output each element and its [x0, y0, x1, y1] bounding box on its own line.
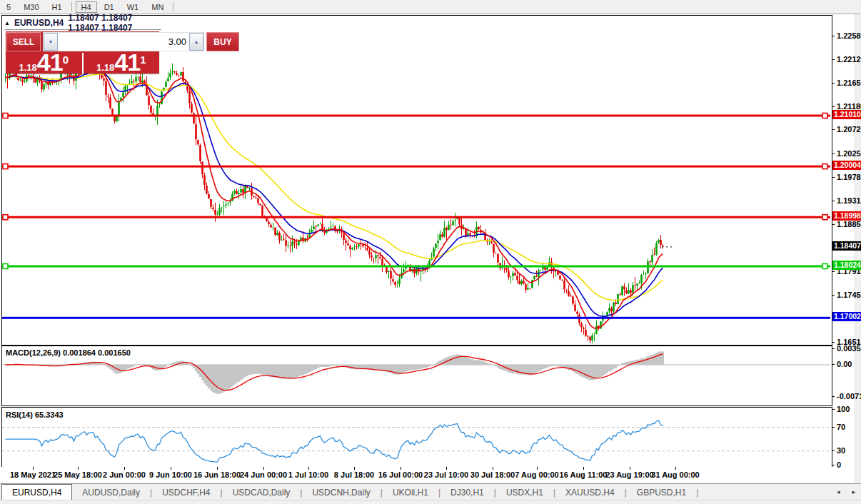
tab-audusd-daily[interactable]: AUDUSD,Daily — [72, 484, 150, 500]
date-tick-mark — [33, 467, 34, 470]
timeframe-button-h1[interactable]: H1 — [46, 1, 68, 13]
timeframe-button-5[interactable]: 5 — [1, 1, 16, 13]
price-tick-label: 1.22580 — [837, 31, 861, 40]
tab-scroll-left-icon[interactable]: ◄ — [835, 489, 841, 495]
date-tick-mark — [675, 467, 676, 470]
level-price-tag[interactable]: 1.21010 — [832, 110, 861, 119]
date-tick-mark — [171, 467, 171, 470]
timeframe-button-h4[interactable]: H4 — [76, 1, 97, 13]
buy-price-quote[interactable]: 1.18411 — [84, 53, 160, 74]
rsi-axis-label: 30 — [837, 446, 845, 455]
date-label: 24 Jun 00:00 — [240, 470, 287, 479]
date-tick-mark — [401, 467, 401, 470]
macd-tick-mark — [832, 364, 835, 365]
tab-usdchf-h4[interactable]: USDCHF,H4 — [152, 484, 220, 500]
date-tick-mark — [630, 467, 630, 470]
price-tick-mark — [832, 153, 835, 154]
macd-axis-label: 0.00 — [837, 360, 852, 368]
date-label: 9 Jun 10:00 — [149, 470, 192, 479]
tab-scroll-right-icon[interactable]: ► — [851, 489, 857, 495]
price-tick-label: 1.19310 — [837, 196, 861, 205]
tab-usdcnh-daily[interactable]: USDCNH,Daily — [302, 484, 380, 500]
macd-tick-mark — [832, 396, 835, 397]
chart-title-bar[interactable]: ▲ EURUSD,H4 1.18407 1.18407 1.18407 1.18… — [4, 16, 161, 30]
price-tick-mark — [832, 271, 835, 272]
date-label: 31 Aug 00:00 — [651, 470, 699, 479]
level-price-tag[interactable]: 1.20004 — [832, 161, 861, 170]
date-label: 7 Aug 00:00 — [515, 470, 558, 479]
timeframe-button-mn[interactable]: MN — [146, 1, 169, 13]
date-label: 16 Aug 11:00 — [560, 470, 608, 479]
date-tick-mark — [124, 467, 125, 470]
spinner-up-icon: ▲ — [194, 39, 199, 44]
one-click-trading-panel: SELL ▼ ▲ BUY 1.18410 1.18411 — [6, 31, 159, 74]
price-tick-label: 1.18850 — [837, 220, 861, 228]
macd-tick-mark — [832, 348, 835, 349]
rsi-axis-label: 70 — [837, 423, 845, 431]
rsi-axis-label: 0 — [837, 460, 841, 469]
date-tick-mark — [446, 467, 447, 470]
rsi-tick-mark — [832, 427, 835, 428]
date-tick-mark — [263, 467, 264, 470]
price-tick-mark — [832, 83, 835, 84]
date-tick-mark — [493, 467, 493, 470]
tab-ukoil-h1[interactable]: UKOil,H1 — [383, 484, 438, 500]
rsi-tick-mark — [832, 450, 835, 451]
price-tick-mark — [832, 36, 835, 36]
tab-usdcad-daily[interactable]: USDCAD,Daily — [223, 484, 301, 500]
sell-button[interactable]: SELL — [6, 32, 41, 51]
chart-symbol-title: EURUSD,H4 — [14, 18, 64, 28]
level-price-tag[interactable]: 1.18024 — [832, 261, 861, 270]
price-tick-label: 1.20720 — [837, 125, 861, 133]
price-tick-mark — [832, 106, 835, 107]
macd-axis-label: 0.003515 — [837, 344, 861, 353]
date-label: 23 Jul 10:00 — [424, 470, 468, 479]
price-tick-mark — [832, 129, 835, 130]
date-tick-mark — [354, 467, 355, 470]
tab-eurusd-h4[interactable]: EURUSD,H4 — [1, 484, 72, 500]
timeframe-button-d1[interactable]: D1 — [99, 1, 120, 13]
timeframe-button-m30[interactable]: M30 — [18, 1, 44, 13]
price-tick-mark — [832, 201, 835, 201]
tab-usdx-h1[interactable]: USDX,H1 — [496, 484, 553, 500]
price-tick-label: 1.22120 — [837, 55, 861, 64]
toolbar-separator — [173, 2, 173, 11]
date-label: 2 Jun 00:00 — [103, 470, 146, 479]
sell-price-quote[interactable]: 1.18410 — [6, 53, 82, 74]
date-label: 23 Aug 19:00 — [605, 470, 653, 479]
rsi-axis-label: 100 — [837, 405, 850, 413]
toolbar-separator — [71, 2, 72, 11]
rsi-pane[interactable] — [1, 407, 832, 468]
rsi-tick-mark — [832, 409, 835, 410]
price-tick-mark — [832, 342, 835, 343]
level-price-tag[interactable]: 1.17002 — [832, 312, 861, 321]
price-tick-label: 1.21650 — [837, 79, 861, 87]
date-label: 16 Jul 00:00 — [378, 470, 423, 479]
date-label: 25 May 18:00 — [54, 470, 102, 479]
tab-divider: | — [696, 484, 698, 500]
volume-spinner: ▼ ▲ — [43, 32, 204, 51]
tab-xauusd-h4[interactable]: XAUUSD,H4 — [555, 484, 625, 500]
volume-increase-button[interactable]: ▲ — [189, 33, 203, 51]
buy-price-small: 1.18 — [96, 62, 114, 73]
macd-axis-label: -0.007178 — [837, 392, 861, 400]
spinner-down-icon: ▼ — [49, 39, 54, 44]
date-label: 8 Jul 18:00 — [334, 470, 374, 479]
sell-price-small: 1.18 — [19, 62, 37, 73]
date-tick-mark — [217, 467, 218, 470]
buy-price-sup: 1 — [140, 54, 146, 66]
tab-dj30-h1[interactable]: DJ30,H1 — [440, 484, 494, 500]
current-price-tag: 1.18407 — [832, 241, 861, 251]
level-price-tag[interactable]: 1.18998 — [832, 211, 861, 221]
timeframe-button-w1[interactable]: W1 — [121, 1, 145, 13]
price-tick-mark — [832, 295, 835, 296]
volume-decrease-button[interactable]: ▼ — [44, 33, 58, 51]
collapse-panel-icon[interactable]: ▲ — [4, 20, 10, 26]
rsi-tick-mark — [832, 465, 835, 465]
date-tick-mark — [308, 467, 309, 470]
volume-input[interactable] — [58, 33, 189, 51]
price-tick-mark — [832, 224, 835, 225]
chart-tab-bar: EURUSD,H4AUDUSD,Daily|USDCHF,H4|USDCAD,D… — [0, 483, 861, 500]
tab-gbpusd-h1[interactable]: GBPUSD,H1 — [627, 484, 696, 500]
buy-button[interactable]: BUY — [206, 32, 239, 51]
